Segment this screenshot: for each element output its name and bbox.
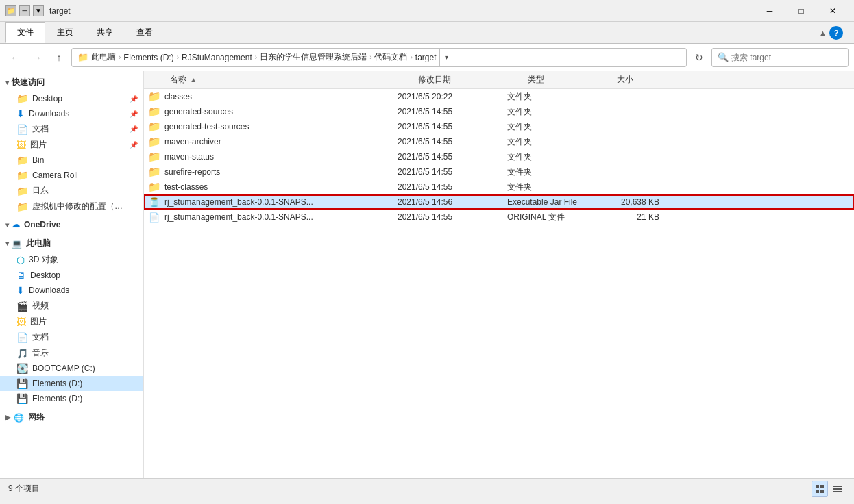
table-row[interactable]: 📄 rj_stumanagement_back-0.0.1-SNAPS... 2… bbox=[144, 210, 854, 225]
sidebar-item-bin-label: Bin bbox=[32, 155, 44, 165]
col-size-header[interactable]: 大小 bbox=[617, 74, 685, 86]
view-list-button[interactable] bbox=[829, 481, 846, 497]
addr-rjstu[interactable]: RJStuManagement bbox=[182, 53, 252, 62]
sidebar-item-pictures[interactable]: 🖼 图片 📌 bbox=[0, 137, 143, 153]
addr-this-pc[interactable]: 此电脑 bbox=[91, 51, 116, 63]
view-grid-button[interactable] bbox=[812, 481, 828, 497]
daily-icon: 📁 bbox=[16, 186, 28, 197]
jar-icon: 🫙 bbox=[149, 197, 160, 207]
address-area: ← → ↑ 📁 此电脑 › Elements (D:) › RJStuManag… bbox=[0, 44, 854, 71]
network-icon: 🌐 bbox=[14, 413, 24, 423]
bootcamp-icon: 💽 bbox=[16, 363, 28, 374]
pictures-icon: 🖼 bbox=[16, 140, 26, 151]
sidebar-item-music[interactable]: 🎵 音乐 bbox=[0, 345, 143, 361]
file-date: 2021/6/5 14:55 bbox=[398, 152, 507, 162]
sidebar-item-desktop[interactable]: 📁 Desktop 📌 bbox=[0, 91, 143, 106]
back-button[interactable]: ← bbox=[5, 48, 25, 67]
quick-access-chevron: ▾ bbox=[5, 79, 9, 86]
table-row[interactable]: 📁 maven-status 2021/6/5 14:55 文件夹 bbox=[144, 149, 854, 164]
network-header[interactable]: ▶ 🌐 网络 bbox=[0, 409, 143, 426]
tab-home[interactable]: 主页 bbox=[45, 22, 85, 43]
sidebar-item-video[interactable]: 🎬 视频 bbox=[0, 298, 143, 314]
file-name: maven-archiver bbox=[164, 137, 398, 147]
sidebar-item-bin[interactable]: 📁 Bin bbox=[0, 153, 143, 168]
sidebar-item-desktop-pc[interactable]: 🖥 Desktop bbox=[0, 268, 143, 283]
view-list-icon bbox=[833, 484, 842, 494]
file-name: rj_stumanagement_back-0.0.1-SNAPS... bbox=[164, 197, 398, 207]
address-bar[interactable]: 📁 此电脑 › Elements (D:) › RJStuManagement … bbox=[71, 48, 687, 67]
tab-share[interactable]: 共享 bbox=[85, 22, 125, 43]
svg-rect-6 bbox=[833, 491, 842, 492]
table-row[interactable]: 📁 generated-test-sources 2021/6/5 14:55 … bbox=[144, 119, 854, 134]
table-row[interactable]: 📁 generated-sources 2021/6/5 14:55 文件夹 bbox=[144, 104, 854, 119]
sidebar-item-documents-pc[interactable]: 📄 文档 bbox=[0, 329, 143, 345]
file-date: 2021/6/5 14:55 bbox=[398, 107, 507, 116]
sidebar-item-documents[interactable]: 📄 文档 📌 bbox=[0, 121, 143, 137]
sidebar-item-pictures-pc-label: 图片 bbox=[30, 316, 47, 327]
onedrive-header[interactable]: ▾ ☁ OneDrive bbox=[0, 217, 143, 232]
sidebar-item-daily[interactable]: 📁 日东 bbox=[0, 183, 143, 199]
addr-code-doc[interactable]: 代码文档 bbox=[374, 51, 407, 63]
file-date: 2021/6/5 14:55 bbox=[398, 122, 507, 131]
onedrive-title: OneDrive bbox=[24, 220, 60, 229]
addr-folder-icon: 📁 bbox=[77, 52, 88, 62]
sidebar-item-pictures-pc[interactable]: 🖼 图片 bbox=[0, 314, 143, 329]
file-row-icon: 📁 bbox=[144, 166, 164, 178]
search-input[interactable] bbox=[731, 53, 842, 62]
thispc-title: 此电脑 bbox=[26, 238, 51, 249]
col-type-header[interactable]: 类型 bbox=[528, 74, 617, 86]
pin-icon-3: 📌 bbox=[130, 125, 138, 133]
table-row[interactable]: 🫙 rj_stumanagement_back-0.0.1-SNAPS... 2… bbox=[144, 194, 854, 210]
main-area: ▾ 快速访问 📁 Desktop 📌 ⬇ Downloads 📌 📄 文档 📌 … bbox=[0, 71, 854, 478]
file-name: classes bbox=[164, 92, 398, 101]
vm-config-icon: 📁 bbox=[16, 201, 28, 212]
search-bar[interactable]: 🔍 bbox=[711, 48, 849, 67]
col-date-header[interactable]: 修改日期 bbox=[418, 74, 528, 86]
table-row[interactable]: 📁 maven-archiver 2021/6/5 14:55 文件夹 bbox=[144, 134, 854, 149]
addr-daily[interactable]: 日东的学生信息管理系统后端 bbox=[260, 51, 367, 63]
sidebar-item-bootcamp[interactable]: 💽 BOOTCAMP (C:) bbox=[0, 361, 143, 376]
refresh-button[interactable]: ↻ bbox=[690, 48, 709, 67]
thispc-chevron: ▾ bbox=[5, 240, 9, 247]
minimize-button[interactable]: ─ bbox=[754, 0, 785, 22]
addr-target[interactable]: target bbox=[415, 53, 437, 62]
elements-d-icon: 💾 bbox=[16, 378, 28, 389]
folder-icon: 📁 bbox=[148, 105, 161, 118]
sidebar-item-camera-roll[interactable]: 📁 Camera Roll bbox=[0, 168, 143, 183]
status-bar: 9 个项目 bbox=[0, 478, 854, 499]
svg-rect-5 bbox=[833, 488, 842, 490]
file-type: 文件夹 bbox=[507, 151, 596, 163]
forward-button[interactable]: → bbox=[27, 48, 47, 67]
thispc-header[interactable]: ▾ 💻 此电脑 bbox=[0, 235, 143, 252]
tab-file[interactable]: 文件 bbox=[5, 22, 45, 43]
tab-view[interactable]: 查看 bbox=[125, 22, 164, 43]
file-date: 2021/6/5 14:55 bbox=[398, 212, 507, 222]
bin-icon: 📁 bbox=[16, 155, 28, 166]
addr-elements-d[interactable]: Elements (D:) bbox=[123, 53, 173, 62]
maximize-button[interactable]: □ bbox=[785, 0, 817, 22]
file-date: 2021/6/5 20:22 bbox=[398, 92, 507, 101]
sidebar-item-daily-label: 日东 bbox=[32, 185, 49, 197]
sidebar-item-3d[interactable]: ⬡ 3D 对象 bbox=[0, 252, 143, 268]
sidebar-item-elements-d[interactable]: 💾 Elements (D:) bbox=[0, 376, 143, 391]
quick-access-header[interactable]: ▾ 快速访问 bbox=[0, 74, 143, 91]
up-button[interactable]: ↑ bbox=[49, 48, 69, 67]
sidebar-item-vm-config[interactable]: 📁 虚拟机中修改的配置（防止 bbox=[0, 199, 143, 214]
close-button[interactable]: ✕ bbox=[817, 0, 849, 22]
ribbon-help-icon[interactable]: ? bbox=[829, 26, 843, 40]
address-dropdown-button[interactable]: ▾ bbox=[439, 48, 453, 67]
file-type: ORIGINAL 文件 bbox=[507, 212, 596, 223]
sidebar-item-downloads-quick[interactable]: ⬇ Downloads 📌 bbox=[0, 106, 143, 121]
title-bar-down: ▼ bbox=[33, 5, 44, 16]
file-date: 2021/6/5 14:55 bbox=[398, 182, 507, 192]
file-type: 文件夹 bbox=[507, 181, 596, 193]
item-count: 9 个项目 bbox=[8, 483, 40, 494]
col-name-header[interactable]: 名称 ▲ bbox=[164, 74, 418, 86]
sidebar-item-elements-d2[interactable]: 💾 Elements (D:) bbox=[0, 391, 143, 406]
ribbon-collapse-icon[interactable]: ▲ bbox=[819, 29, 827, 37]
table-row[interactable]: 📁 surefire-reports 2021/6/5 14:55 文件夹 bbox=[144, 164, 854, 179]
table-row[interactable]: 📁 test-classes 2021/6/5 14:55 文件夹 bbox=[144, 179, 854, 194]
table-row[interactable]: 📁 classes 2021/6/5 20:22 文件夹 bbox=[144, 89, 854, 104]
sidebar-item-downloads-pc[interactable]: ⬇ Downloads bbox=[0, 283, 143, 298]
network-title: 网络 bbox=[28, 412, 45, 423]
